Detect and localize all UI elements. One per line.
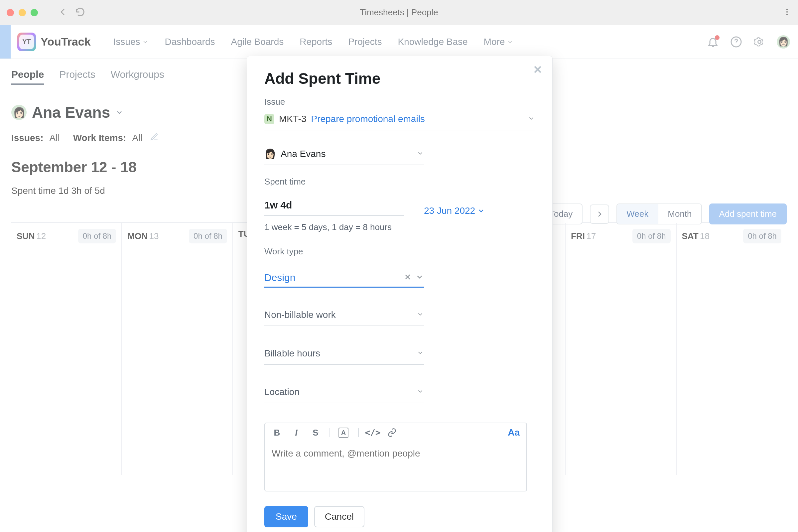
editor-toolbar: B I S A </> Aa: [265, 423, 526, 442]
close-icon[interactable]: [532, 63, 544, 75]
clear-icon[interactable]: [403, 273, 412, 283]
issue-selector[interactable]: N MKT-3 Prepare promotional emails: [264, 110, 535, 130]
chevron-down-icon: [417, 348, 424, 359]
chevron-down-icon: [415, 273, 424, 283]
modal-footer: Save Cancel: [264, 506, 535, 527]
spent-time-label: Spent time: [264, 176, 535, 187]
spent-time-input[interactable]: [264, 197, 404, 216]
modal-title: Add Spent Time: [264, 70, 535, 88]
code-icon[interactable]: </>: [367, 427, 378, 438]
strikethrough-icon[interactable]: S: [310, 427, 321, 438]
chevron-down-icon: [417, 309, 424, 320]
work-type-label: Work type: [264, 246, 535, 257]
link-icon[interactable]: [387, 427, 397, 438]
location-selector[interactable]: Location: [264, 383, 424, 403]
author-avatar: 👩🏻: [264, 148, 276, 159]
chevron-down-icon: [528, 114, 535, 125]
comment-editor: B I S A </> Aa: [264, 423, 527, 491]
issue-field-label: Issue: [264, 97, 535, 107]
project-chip: N: [264, 114, 274, 124]
non-billable-label: Non-billable work: [264, 309, 336, 320]
chevron-down-icon: [417, 149, 424, 159]
spent-time-hint: 1 week = 5 days, 1 day = 8 hours: [264, 222, 535, 232]
work-type-value: Design: [264, 272, 295, 283]
italic-icon[interactable]: I: [291, 427, 302, 438]
non-billable-selector[interactable]: Non-billable work: [264, 306, 424, 326]
chevron-down-icon: [417, 387, 424, 397]
author-name: Ana Evans: [281, 149, 325, 159]
date-value: 23 Jun 2022: [424, 206, 475, 216]
billable-hours-selector[interactable]: Billable hours: [264, 345, 424, 365]
format-switch[interactable]: Aa: [508, 427, 520, 438]
issue-title-link[interactable]: Prepare promotional emails: [311, 114, 424, 125]
chevron-down-icon: [477, 207, 485, 215]
work-type-selector[interactable]: Design: [264, 272, 424, 288]
author-selector[interactable]: 👩🏻 Ana Evans: [264, 144, 424, 165]
date-picker-link[interactable]: 23 Jun 2022: [424, 206, 485, 216]
location-label: Location: [264, 387, 300, 397]
cancel-button[interactable]: Cancel: [314, 506, 364, 527]
issue-id: MKT-3: [279, 114, 306, 125]
save-button[interactable]: Save: [264, 506, 308, 527]
text-style-icon[interactable]: A: [339, 427, 349, 438]
bold-icon[interactable]: B: [272, 427, 282, 438]
toolbar-divider: [358, 428, 359, 437]
billable-hours-label: Billable hours: [264, 348, 320, 359]
comment-textarea[interactable]: [265, 442, 526, 490]
add-spent-time-modal: Add Spent Time Issue N MKT-3 Prepare pro…: [247, 56, 553, 532]
toolbar-divider: [329, 428, 330, 437]
